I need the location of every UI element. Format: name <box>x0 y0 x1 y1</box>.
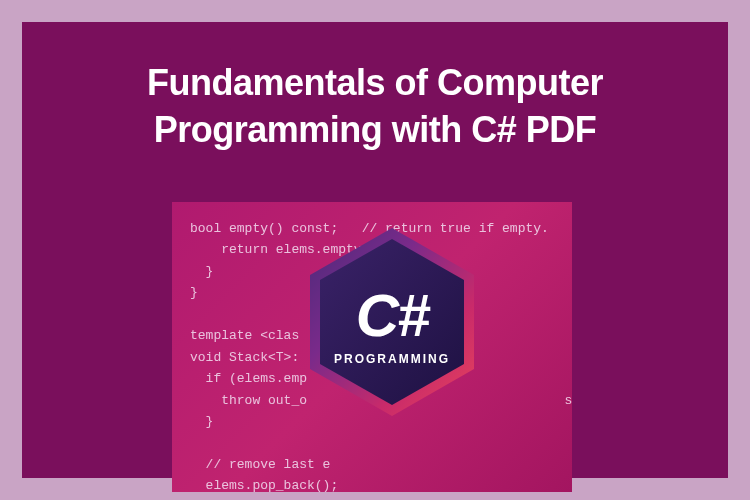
logo-sub-text: PROGRAMMING <box>334 352 450 366</box>
page-title: Fundamentals of Computer Programming wit… <box>22 22 728 154</box>
main-card: Fundamentals of Computer Programming wit… <box>22 22 728 478</box>
logo-main-text: C# <box>356 286 429 346</box>
csharp-logo: C# PROGRAMMING <box>292 222 492 422</box>
logo-content: C# PROGRAMMING <box>292 222 492 422</box>
